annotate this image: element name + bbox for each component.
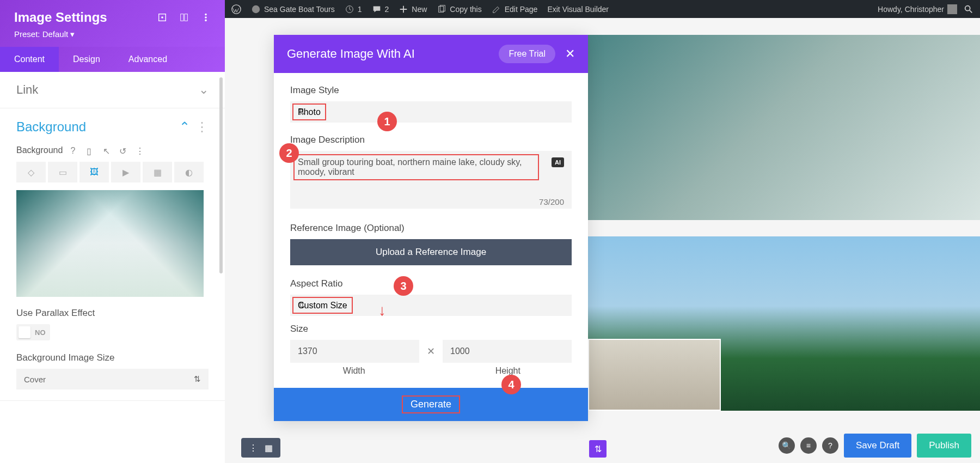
comments[interactable]: 2: [372, 4, 389, 14]
bottom-left-toolbar: ⋮ ▦: [241, 438, 280, 458]
layout-icon[interactable]: [179, 13, 189, 22]
image-desc-input[interactable]: Small group touring boat, northern maine…: [290, 151, 572, 209]
site-name[interactable]: Sea Gate Boat Tours: [251, 4, 335, 14]
sidebar-header: Image Settings Preset: Default ▾: [0, 0, 225, 47]
svg-point-4: [965, 5, 970, 10]
exit-visual-builder[interactable]: Exit Visual Builder: [547, 5, 609, 14]
expand-icon[interactable]: [157, 13, 167, 22]
section-link-label: Link: [16, 83, 38, 97]
avatar: [947, 4, 957, 14]
bottom-right-toolbar: 🔍 ≡ ? Save Draft Publish: [779, 434, 971, 458]
help-round-icon[interactable]: ?: [822, 437, 838, 454]
more-dots-icon[interactable]: ⋮: [136, 146, 144, 155]
image-style-value: Photo: [298, 107, 321, 117]
layers-icon[interactable]: ≡: [800, 437, 817, 454]
modal-title: Generate Image With AI: [287, 47, 415, 61]
canvas: Generate Image With AI Free Trial ✕ Imag…: [225, 18, 980, 463]
publish-button[interactable]: Publish: [917, 434, 971, 458]
bg-tab-video[interactable]: ▶: [111, 162, 140, 182]
sort-tool[interactable]: ⇅: [589, 440, 607, 458]
bg-tab-gradient[interactable]: ▭: [48, 162, 77, 182]
tab-advanced[interactable]: Advanced: [114, 47, 181, 72]
scrollbar[interactable]: [219, 77, 223, 273]
modal-footer: Generate: [274, 388, 588, 421]
callout-2: 2: [279, 143, 299, 163]
background-label-row: Background ? ▯ ↖ ↺ ⋮: [16, 145, 209, 155]
section-link[interactable]: Link ⌄: [0, 72, 225, 108]
bg-tab-mask[interactable]: ◐: [174, 162, 204, 182]
bg-tab-image[interactable]: 🖼: [79, 162, 109, 182]
svg-point-9: [205, 14, 207, 16]
callout-3: 3: [394, 276, 413, 296]
bg-size-label: Background Image Size: [16, 352, 209, 363]
height-label: Height: [444, 366, 572, 376]
search-icon[interactable]: [964, 4, 973, 14]
select-caret-icon: ⇅: [194, 374, 201, 384]
ai-badge[interactable]: AI: [552, 157, 564, 167]
ref-image-label: Reference Image (Optional): [290, 223, 572, 234]
background-preview[interactable]: [16, 190, 204, 297]
upload-ref-button[interactable]: Upload a Reference Image: [290, 239, 572, 265]
bg-size-select[interactable]: Cover ⇅: [16, 369, 209, 389]
callout-4: 4: [501, 375, 521, 394]
edit-page[interactable]: Edit Page: [492, 4, 538, 14]
background-label: Background: [16, 145, 63, 155]
help-icon[interactable]: ?: [70, 146, 79, 155]
svg-rect-8: [185, 14, 187, 21]
svg-point-6: [161, 16, 163, 19]
width-label: Width: [290, 366, 418, 376]
toggle-value: NO: [35, 328, 46, 337]
updates[interactable]: 1: [345, 4, 362, 14]
aspect-ratio-value: Custom Size: [298, 301, 347, 310]
cursor-icon[interactable]: ↖: [103, 146, 112, 155]
bg-tab-pattern[interactable]: ▦: [143, 162, 172, 182]
chevron-down-icon: ⌄: [199, 83, 209, 97]
image-style-select[interactable]: Photo ⇅: [290, 101, 572, 123]
svg-point-11: [205, 20, 207, 22]
tool-more-icon[interactable]: ⋮: [247, 441, 260, 454]
section-background[interactable]: Background ⌃ ⋮: [0, 108, 225, 145]
tab-design[interactable]: Design: [59, 47, 114, 72]
howdy[interactable]: Howdy, Christopher: [878, 4, 957, 14]
ai-image-modal: Generate Image With AI Free Trial ✕ Imag…: [274, 35, 588, 421]
inset-image: [588, 339, 721, 411]
save-draft-button[interactable]: Save Draft: [844, 434, 911, 458]
bg-size-value: Cover: [24, 375, 46, 384]
zoom-icon[interactable]: 🔍: [779, 437, 795, 454]
image-style-label: Image Style: [290, 85, 572, 96]
char-count: 73/200: [539, 197, 564, 206]
tool-grid-icon[interactable]: ▦: [262, 441, 275, 454]
section-background-label: Background: [16, 119, 86, 135]
size-multiply-icon: ✕: [427, 345, 435, 357]
background-tabs: ◇ ▭ 🖼 ▶ ▦ ◐: [16, 162, 209, 182]
size-label: Size: [290, 324, 572, 334]
free-trial-badge[interactable]: Free Trial: [499, 45, 555, 63]
arrow-down-icon: ↓: [378, 302, 386, 319]
svg-rect-7: [181, 14, 183, 21]
reset-icon[interactable]: ↺: [119, 146, 128, 155]
aspect-ratio-select[interactable]: Custom Size ⇅: [290, 295, 572, 316]
chevron-up-icon: ⌃: [179, 119, 190, 135]
new[interactable]: New: [399, 4, 427, 14]
sidebar-body: Link ⌄ Background ⌃ ⋮ Background ? ▯ ↖ ↺: [0, 72, 225, 463]
parallax-toggle[interactable]: NO: [16, 324, 50, 340]
sidebar-title: Image Settings: [14, 10, 107, 25]
image-desc-label: Image Description: [290, 135, 572, 145]
phone-icon[interactable]: ▯: [87, 146, 95, 155]
wp-logo[interactable]: [231, 4, 241, 14]
tab-content[interactable]: Content: [0, 47, 59, 72]
copy[interactable]: Copy this: [437, 4, 481, 14]
height-input[interactable]: [443, 340, 572, 363]
width-input[interactable]: [290, 340, 419, 363]
section-more-icon[interactable]: ⋮: [195, 119, 209, 135]
close-icon[interactable]: ✕: [565, 47, 575, 61]
more-icon[interactable]: [201, 13, 211, 22]
wp-admin-bar: Sea Gate Boat Tours 1 2 New Copy this Ed…: [225, 0, 980, 18]
aspect-ratio-label: Aspect Ratio: [290, 278, 572, 289]
settings-sidebar: Image Settings Preset: Default ▾ Content…: [0, 0, 225, 463]
preset-selector[interactable]: Preset: Default ▾: [14, 29, 211, 39]
generate-button[interactable]: Generate: [402, 395, 460, 413]
svg-point-10: [205, 16, 207, 19]
bg-tab-color[interactable]: ◇: [16, 162, 46, 182]
settings-tabs: Content Design Advanced: [0, 47, 225, 72]
